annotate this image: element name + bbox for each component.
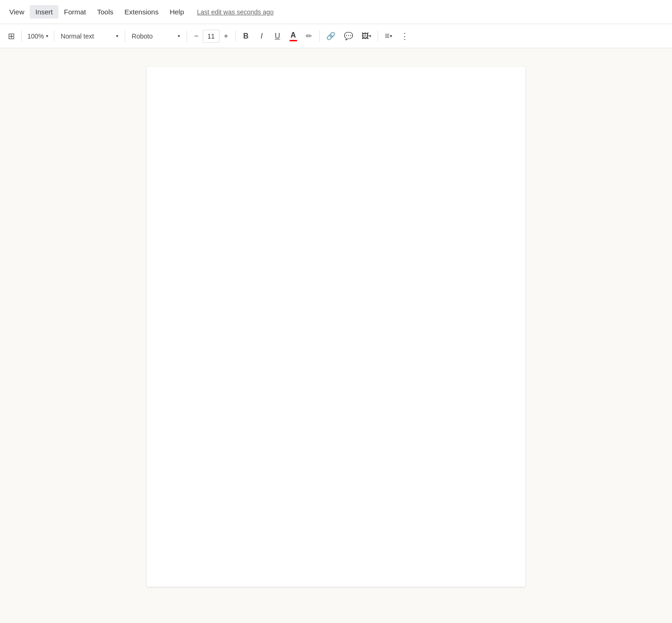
separator-1 xyxy=(21,31,22,42)
bold-icon: B xyxy=(243,32,249,40)
image-icon: 🖼 xyxy=(362,32,369,40)
text-color-control: A xyxy=(290,31,297,41)
underline-button[interactable]: U xyxy=(270,28,285,45)
italic-button[interactable]: I xyxy=(254,28,269,45)
text-style-label: Normal text xyxy=(61,32,94,40)
minus-icon: − xyxy=(194,32,198,40)
highlight-button[interactable]: ✏ xyxy=(302,28,317,45)
link-button[interactable]: 🔗 xyxy=(323,28,339,45)
zoom-value: 100% xyxy=(27,32,44,40)
comment-button[interactable]: 💬 xyxy=(340,28,357,45)
more-options-button[interactable]: ⋮ xyxy=(397,28,413,45)
italic-icon: I xyxy=(261,32,263,40)
font-size-input[interactable] xyxy=(203,30,220,43)
menu-item-help[interactable]: Help xyxy=(164,5,190,19)
text-style-select[interactable]: Normal text ▾ xyxy=(57,28,122,45)
toolbar: ⊞ 100% ▾ Normal text ▾ Roboto ▾ − + B I xyxy=(0,24,672,48)
line-spacing-icon: ≡ xyxy=(385,31,390,41)
last-edit-status[interactable]: Last edit was seconds ago xyxy=(197,8,274,16)
plus-icon: + xyxy=(224,32,228,40)
document-page[interactable] xyxy=(147,67,525,587)
text-color-underline xyxy=(290,40,297,41)
zoom-chevron-icon: ▾ xyxy=(46,33,48,39)
font-chevron-icon: ▾ xyxy=(178,33,180,39)
link-icon: 🔗 xyxy=(326,32,336,40)
menu-bar: View Insert Format Tools Extensions Help… xyxy=(0,0,672,24)
separator-2 xyxy=(54,31,54,42)
menu-item-view[interactable]: View xyxy=(4,5,30,19)
separator-6 xyxy=(319,31,320,42)
separator-4 xyxy=(187,31,187,42)
text-color-button[interactable]: A xyxy=(286,28,301,45)
highlight-icon: ✏ xyxy=(306,32,312,40)
more-options-icon: ⋮ xyxy=(401,31,409,41)
menu-item-extensions[interactable]: Extensions xyxy=(119,5,164,19)
font-size-decrease-button[interactable]: − xyxy=(190,30,203,43)
document-area[interactable] xyxy=(0,48,672,605)
separator-7 xyxy=(378,31,378,42)
paint-format-icon: ⊞ xyxy=(8,31,15,41)
separator-3 xyxy=(125,31,125,42)
line-spacing-button[interactable]: ≡ ▾ xyxy=(381,28,396,45)
underline-icon: U xyxy=(275,32,280,40)
comment-icon: 💬 xyxy=(344,32,353,40)
image-button[interactable]: 🖼 ▾ xyxy=(358,28,375,45)
text-style-chevron-icon: ▾ xyxy=(116,33,118,39)
font-size-control: − + xyxy=(190,30,233,43)
menu-item-insert[interactable]: Insert xyxy=(30,5,58,19)
bold-button[interactable]: B xyxy=(239,28,253,45)
image-chevron-icon: ▾ xyxy=(369,33,371,39)
menu-item-tools[interactable]: Tools xyxy=(91,5,119,19)
paint-format-button[interactable]: ⊞ xyxy=(4,28,19,45)
zoom-select[interactable]: 100% ▾ xyxy=(25,28,51,45)
font-label: Roboto xyxy=(132,32,153,40)
menu-item-format[interactable]: Format xyxy=(58,5,92,19)
font-size-increase-button[interactable]: + xyxy=(220,30,233,43)
line-spacing-chevron-icon: ▾ xyxy=(390,33,392,39)
separator-5 xyxy=(235,31,236,42)
text-color-icon: A xyxy=(291,31,296,39)
font-select[interactable]: Roboto ▾ xyxy=(128,28,184,45)
